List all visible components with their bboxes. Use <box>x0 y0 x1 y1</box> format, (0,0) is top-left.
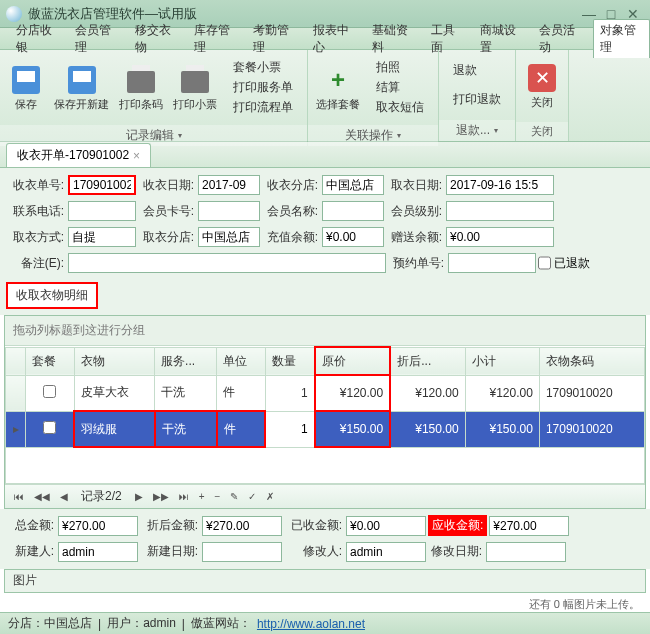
refund-action[interactable]: 退款 <box>451 61 503 80</box>
ribbon-group-close: ✕关闭 关闭 <box>516 50 569 141</box>
card-no-field[interactable] <box>198 201 260 221</box>
nav-check[interactable]: ✓ <box>245 491 259 502</box>
nav-prev[interactable]: ◀ <box>57 491 71 502</box>
balance-field[interactable] <box>322 227 384 247</box>
col-combo[interactable]: 套餐 <box>26 347 75 375</box>
nav-first[interactable]: ⏮ <box>11 491 27 502</box>
cell-price[interactable]: ¥150.00 <box>315 411 391 447</box>
phone-field[interactable] <box>68 201 136 221</box>
cell-unit[interactable]: 件 <box>217 411 266 447</box>
creator-field[interactable] <box>58 542 138 562</box>
due-field[interactable] <box>489 516 569 536</box>
pickup-date-field[interactable] <box>446 175 554 195</box>
nav-next[interactable]: ▶ <box>132 491 146 502</box>
label-order-date: 收衣日期: <box>138 177 196 194</box>
nav-add[interactable]: + <box>196 491 208 502</box>
row-checkbox[interactable] <box>43 385 56 398</box>
cell-discount[interactable]: ¥150.00 <box>390 411 465 447</box>
after-discount-field[interactable] <box>202 516 282 536</box>
modified-field[interactable] <box>486 542 566 562</box>
printer-icon <box>127 71 155 93</box>
paid-field[interactable] <box>346 516 426 536</box>
menu-item[interactable]: 对象管理 <box>593 19 650 58</box>
col-unit[interactable]: 单位 <box>217 347 266 375</box>
col-barcode[interactable]: 衣物条码 <box>539 347 644 375</box>
group-hint: 拖动列标题到这进行分组 <box>5 316 645 346</box>
member-level-field[interactable] <box>446 201 554 221</box>
table-row-selected[interactable]: ▸ 羽绒服 干洗 件 1 ¥150.00 ¥150.00 ¥150.00 170… <box>6 411 645 447</box>
status-user: 用户：admin <box>107 615 176 632</box>
pickup-branch-field[interactable] <box>198 227 260 247</box>
col-discount[interactable]: 折后... <box>390 347 465 375</box>
col-subtotal[interactable]: 小计 <box>465 347 539 375</box>
cell-service[interactable]: 干洗 <box>155 375 217 411</box>
status-site-link[interactable]: http://www.aolan.net <box>257 617 365 631</box>
print-service-sheet[interactable]: 打印服务单 <box>231 78 295 97</box>
reserve-no-field[interactable] <box>448 253 536 273</box>
row-checkbox[interactable] <box>43 421 56 434</box>
print-refund-action[interactable]: 打印退款 <box>451 90 503 109</box>
nav-cancel[interactable]: ✗ <box>263 491 277 502</box>
settle-action[interactable]: 结算 <box>374 78 426 97</box>
print-ticket-button[interactable]: 打印小票 <box>171 62 219 113</box>
cell-qty[interactable]: 1 <box>265 411 314 447</box>
col-price[interactable]: 原价 <box>315 347 391 375</box>
cell-item[interactable]: 皮草大衣 <box>74 375 154 411</box>
label-modified: 修改日期: <box>428 543 484 560</box>
gift-balance-field[interactable] <box>446 227 554 247</box>
cell-subtotal[interactable]: ¥120.00 <box>465 375 539 411</box>
pickup-sms-action[interactable]: 取衣短信 <box>374 98 426 117</box>
cell-item[interactable]: 羽绒服 <box>74 411 154 447</box>
save-new-button[interactable]: 保存开新建 <box>52 62 111 113</box>
label-total: 总金额: <box>6 517 56 534</box>
nav-edit[interactable]: ✎ <box>227 491 241 502</box>
cell-price[interactable]: ¥120.00 <box>315 375 391 411</box>
chevron-down-icon[interactable]: ▾ <box>494 126 498 135</box>
label-gift-balance: 赠送余额: <box>386 229 444 246</box>
cell-discount[interactable]: ¥120.00 <box>390 375 465 411</box>
col-service[interactable]: 服务... <box>155 347 217 375</box>
cell-qty[interactable]: 1 <box>265 375 314 411</box>
modifier-field[interactable] <box>346 542 426 562</box>
picture-section-header[interactable]: 图片 <box>4 569 646 593</box>
photo-action[interactable]: 拍照 <box>374 58 426 77</box>
col-qty[interactable]: 数量 <box>265 347 314 375</box>
chevron-down-icon[interactable]: ▾ <box>178 131 182 140</box>
cell-unit[interactable]: 件 <box>217 375 266 411</box>
chevron-down-icon[interactable]: ▾ <box>397 131 401 140</box>
order-date-field[interactable] <box>198 175 260 195</box>
order-no-field[interactable] <box>68 175 136 195</box>
pickup-method-field[interactable] <box>68 227 136 247</box>
remark-field[interactable] <box>68 253 386 273</box>
close-button[interactable]: ✕关闭 <box>522 60 562 111</box>
total-field[interactable] <box>58 516 138 536</box>
branch-field[interactable] <box>322 175 384 195</box>
nav-prevpage[interactable]: ◀◀ <box>31 491 53 502</box>
member-name-field[interactable] <box>322 201 384 221</box>
print-flow-sheet[interactable]: 打印流程单 <box>231 98 295 117</box>
created-field[interactable] <box>202 542 282 562</box>
col-item[interactable]: 衣物 <box>74 347 154 375</box>
label-pickup-date: 取衣日期: <box>386 177 444 194</box>
items-grid: 拖动列标题到这进行分组 套餐 衣物 服务... 单位 数量 原价 折后... 小… <box>4 315 646 509</box>
cell-barcode[interactable]: 1709010020 <box>539 375 644 411</box>
detail-tab[interactable]: 收取衣物明细 <box>6 282 98 309</box>
cell-barcode[interactable]: 1709010020 <box>539 411 644 447</box>
print-combo-ticket[interactable]: 套餐小票 <box>231 58 295 77</box>
menu-bar: 分店收银 会员管理 移交衣物 库存管理 考勤管理 报表中心 基础资料 工具面 商… <box>0 28 650 50</box>
nav-nextpage[interactable]: ▶▶ <box>150 491 172 502</box>
status-branch: 分店：中国总店 <box>8 615 92 632</box>
nav-delete[interactable]: − <box>212 491 224 502</box>
print-barcode-button[interactable]: 打印条码 <box>117 62 165 113</box>
printer-icon <box>181 71 209 93</box>
ribbon-group-label: 退款...▾ <box>439 120 515 141</box>
save-button[interactable]: 保存 <box>6 62 46 113</box>
table-row[interactable]: 皮草大衣 干洗 件 1 ¥120.00 ¥120.00 ¥120.00 1709… <box>6 375 645 411</box>
cell-subtotal[interactable]: ¥150.00 <box>465 411 539 447</box>
nav-last[interactable]: ⏭ <box>176 491 192 502</box>
refunded-checkbox[interactable] <box>538 253 551 273</box>
cell-service[interactable]: 干洗 <box>155 411 217 447</box>
tab-close-icon[interactable]: × <box>133 149 140 163</box>
select-combo-button[interactable]: +选择套餐 <box>314 62 362 113</box>
document-tab[interactable]: 收衣开单-170901002 × <box>6 143 151 167</box>
